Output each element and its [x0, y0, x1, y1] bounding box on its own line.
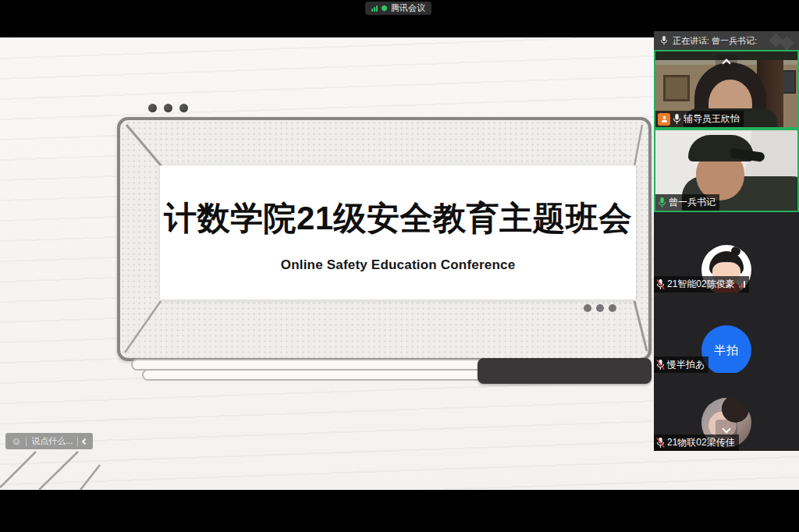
slide-subtitle: Online Safety Education Conference — [281, 257, 516, 273]
chat-quick-bar[interactable]: ☺ 说点什么... — [5, 433, 93, 449]
meeting-window: 腾讯会议 计数学院21级安全教育主题班会 Online Safety Educa… — [0, 0, 799, 532]
emoji-icon[interactable]: ☺ — [11, 436, 21, 446]
slide-dots-top-left — [148, 104, 188, 112]
participant-name-tag: 21物联02梁传佳 — [654, 434, 739, 451]
speaking-indicator-bar: 正在讲话: 曾一兵书记: — [654, 31, 799, 50]
participant-tile-liangchuanjia[interactable]: 21物联02梁传佳 — [654, 373, 799, 451]
mic-muted-icon — [656, 437, 665, 449]
mic-on-icon — [673, 113, 681, 125]
divider — [77, 437, 78, 446]
slide-dots-bottom-right — [584, 304, 616, 312]
participant-name: 曾一兵书记 — [669, 196, 716, 209]
mic-muted-icon — [656, 359, 665, 371]
participant-tile-counselor[interactable]: 辅导员王欣怡 — [654, 50, 799, 129]
slide-content-panel: 计数学院21级安全教育主题班会 Online Safety Education … — [160, 165, 636, 300]
participant-name-tag: 21智能02陈俊豪 — [654, 276, 749, 293]
network-signal-icon — [371, 5, 378, 12]
microphone-icon — [660, 35, 668, 46]
participant-name-tag: 辅导员王欣怡 — [655, 111, 744, 127]
participant-tile-manbanpai[interactable]: 半拍 慢半拍あ — [654, 293, 799, 373]
divider — [26, 437, 27, 446]
participant-tile-chenjunhao[interactable]: 21智能02陈俊豪 — [654, 212, 799, 293]
slide-corner-stripes — [0, 443, 109, 490]
weak-network-icon — [739, 281, 745, 288]
avatar-initials: 半拍 — [701, 325, 751, 373]
mic-speaking-icon — [658, 197, 666, 208]
app-name-label: 腾讯会议 — [391, 2, 425, 15]
chat-input[interactable]: 说点什么... — [31, 435, 73, 447]
avatar-initials-text: 半拍 — [714, 343, 739, 358]
scroll-up-icon[interactable] — [716, 54, 737, 71]
recording-status-dot — [382, 5, 387, 11]
slide-title: 计数学院21级安全教育主题班会 — [164, 197, 632, 240]
participant-name: 辅导员王欣怡 — [684, 112, 740, 126]
participant-name: 21物联02梁传佳 — [667, 436, 735, 449]
speaking-indicator-text: 正在讲话: 曾一兵书记: — [673, 35, 757, 47]
participant-name-tag: 慢半拍あ — [654, 356, 708, 373]
participant-name-tag: 曾一兵书记 — [655, 194, 719, 211]
participant-name: 慢半拍あ — [667, 358, 705, 371]
collapse-chat-icon[interactable] — [82, 438, 88, 444]
meeting-status-pill[interactable]: 腾讯会议 — [365, 2, 431, 15]
member-badge-icon — [658, 113, 670, 126]
participant-name: 21智能02陈俊豪 — [667, 278, 735, 291]
slide-dark-card-decoration — [478, 358, 652, 384]
mic-muted-icon — [656, 278, 665, 290]
participant-tile-secretary[interactable]: 曾一兵书记 — [654, 129, 799, 212]
participants-sidebar: 正在讲话: 曾一兵书记: — [654, 31, 799, 451]
